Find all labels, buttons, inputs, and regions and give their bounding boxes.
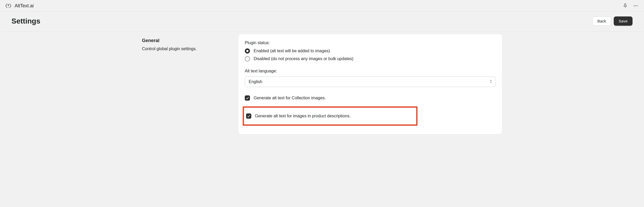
- plugin-status-radio-group: Enabled (alt text will be added to image…: [245, 48, 496, 61]
- alt-lang-select-wrap: English: [245, 77, 496, 87]
- checkbox-collection[interactable]: [245, 95, 250, 101]
- settings-sidebar: General Control global plugin settings.: [142, 34, 238, 134]
- content: General Control global plugin settings. …: [137, 32, 507, 137]
- svg-point-3: [635, 5, 636, 6]
- radio-disabled[interactable]: [245, 56, 250, 61]
- radio-item-enabled[interactable]: Enabled (alt text will be added to image…: [245, 48, 496, 54]
- section-description: Control global plugin settings.: [142, 46, 233, 52]
- save-button[interactable]: Save: [614, 16, 633, 26]
- plugin-status-label: Plugin status:: [245, 41, 496, 45]
- svg-point-2: [634, 5, 635, 6]
- checkbox-item-product-desc[interactable]: Generate alt text for images in product …: [246, 113, 414, 119]
- topbar-right: [622, 3, 639, 9]
- svg-point-4: [637, 5, 637, 6]
- radio-enabled[interactable]: [245, 48, 250, 54]
- radio-disabled-label: Disabled (do not process any images or b…: [254, 56, 353, 61]
- alt-lang-label: Alt text language:: [245, 69, 496, 73]
- more-icon[interactable]: [633, 3, 639, 9]
- checkbox-product-desc-label: Generate alt text for images in product …: [255, 114, 350, 118]
- alt-lang-section: Alt text language: English: [245, 69, 496, 87]
- checkbox-collection-label: Generate alt text for Collection images.: [254, 96, 326, 100]
- settings-card: Plugin status: Enabled (alt text will be…: [238, 34, 502, 134]
- topbar-left: AltText.ai: [5, 3, 34, 9]
- section-title: General: [142, 38, 233, 43]
- page-title: Settings: [11, 17, 40, 25]
- topbar: AltText.ai: [0, 0, 644, 12]
- highlight-box: Generate alt text for images in product …: [243, 106, 418, 126]
- app-logo-icon: [5, 3, 11, 9]
- radio-item-disabled[interactable]: Disabled (do not process any images or b…: [245, 56, 496, 61]
- page-header: Settings Back Save: [0, 12, 644, 32]
- pin-icon[interactable]: [622, 3, 628, 9]
- radio-enabled-label: Enabled (alt text will be added to image…: [254, 49, 330, 53]
- alt-lang-select[interactable]: English: [245, 77, 496, 87]
- checkbox-item-collection[interactable]: Generate alt text for Collection images.: [245, 94, 496, 102]
- app-name: AltText.ai: [15, 3, 34, 9]
- header-buttons: Back Save: [592, 16, 633, 26]
- back-button[interactable]: Back: [592, 16, 611, 26]
- checkbox-product-desc[interactable]: [246, 113, 251, 119]
